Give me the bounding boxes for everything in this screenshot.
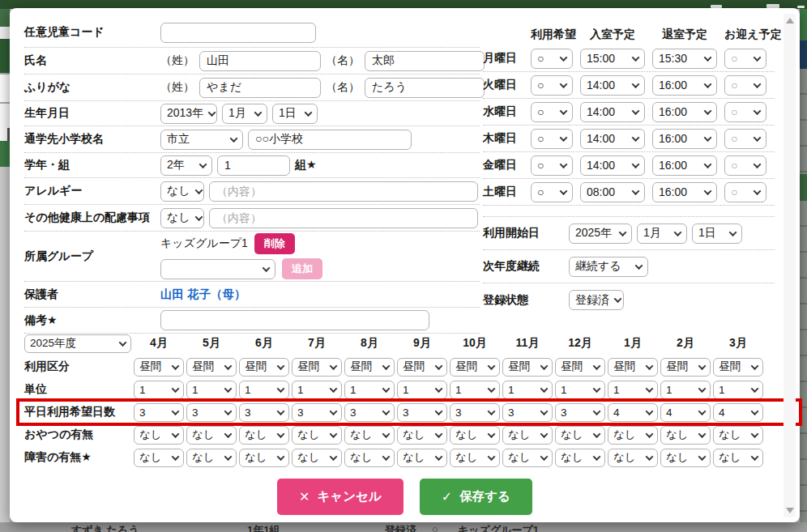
birth-day-select[interactable]: 1日 xyxy=(272,104,318,124)
use-hope-select[interactable]: ○ xyxy=(531,182,573,202)
month-value-select[interactable]: 1 xyxy=(450,381,500,399)
start-day-select[interactable]: 1日 xyxy=(692,223,742,244)
kana-last-input[interactable] xyxy=(199,78,321,98)
month-value-select[interactable]: 昼間 xyxy=(713,358,763,377)
month-value-select[interactable]: 3 xyxy=(502,403,553,422)
month-value-select[interactable]: 昼間 xyxy=(344,358,395,377)
fiscal-year-select[interactable]: 2025年度 xyxy=(24,334,131,353)
month-value-select[interactable]: 3 xyxy=(134,403,184,422)
month-value-select[interactable]: 昼間 xyxy=(186,358,237,377)
modal-scrollbar[interactable] xyxy=(784,14,796,517)
month-value-select[interactable]: なし xyxy=(239,449,289,467)
month-value-select[interactable]: 昼間 xyxy=(397,358,447,377)
exit-time-select[interactable]: 16:00 xyxy=(652,129,717,149)
month-value-select[interactable]: 昼間 xyxy=(292,358,342,377)
month-value-select[interactable]: 1 xyxy=(186,381,237,399)
month-value-select[interactable]: 1 xyxy=(608,381,658,399)
status-select[interactable]: 登録済 xyxy=(569,290,624,310)
allergy-select[interactable]: なし xyxy=(160,181,204,202)
pickup-select[interactable]: ○ xyxy=(724,129,766,149)
month-value-select[interactable]: なし xyxy=(397,449,447,467)
allergy-detail-input[interactable] xyxy=(209,181,478,202)
month-value-select[interactable]: なし xyxy=(713,426,763,445)
month-value-select[interactable]: なし xyxy=(186,426,237,445)
month-value-select[interactable]: 昼間 xyxy=(239,358,289,377)
month-value-select[interactable]: 3 xyxy=(344,403,395,422)
month-value-select[interactable]: 3 xyxy=(397,403,447,422)
entry-time-select[interactable]: 14:00 xyxy=(580,129,645,149)
use-hope-select[interactable]: ○ xyxy=(531,49,573,69)
entry-time-select[interactable]: 14:00 xyxy=(580,102,645,122)
month-value-select[interactable]: なし xyxy=(608,449,658,467)
last-name-input[interactable] xyxy=(199,51,321,71)
pickup-select[interactable]: ○ xyxy=(724,49,766,69)
use-hope-select[interactable]: ○ xyxy=(531,75,573,96)
kana-first-input[interactable] xyxy=(365,78,485,98)
school-type-select[interactable]: 市立 xyxy=(160,130,243,150)
exit-time-select[interactable]: 16:00 xyxy=(652,182,717,202)
month-value-select[interactable]: なし xyxy=(239,426,289,445)
month-value-select[interactable]: なし xyxy=(292,426,342,445)
pickup-select[interactable]: ○ xyxy=(724,75,766,96)
month-value-select[interactable]: 1 xyxy=(292,381,342,399)
month-value-select[interactable]: 3 xyxy=(450,403,500,422)
start-year-select[interactable]: 2025年 xyxy=(569,223,632,244)
entry-time-select[interactable]: 15:00 xyxy=(580,49,645,69)
save-button[interactable]: ✓ 保存する xyxy=(420,479,532,515)
month-value-select[interactable]: なし xyxy=(660,449,711,467)
month-value-select[interactable]: 昼間 xyxy=(450,358,500,377)
child-code-input[interactable] xyxy=(160,23,316,43)
exit-time-select[interactable]: 16:00 xyxy=(652,75,717,96)
month-value-select[interactable]: なし xyxy=(555,449,605,467)
entry-time-select[interactable]: 14:00 xyxy=(580,75,645,96)
month-value-select[interactable]: 昼間 xyxy=(555,358,605,377)
class-number-input[interactable] xyxy=(217,155,290,176)
use-hope-select[interactable]: ○ xyxy=(531,155,573,176)
exit-time-select[interactable]: 15:30 xyxy=(652,49,717,69)
month-value-select[interactable]: 3 xyxy=(186,403,237,422)
month-value-select[interactable]: 3 xyxy=(292,403,342,422)
pickup-select[interactable]: ○ xyxy=(724,182,766,202)
month-value-select[interactable]: 4 xyxy=(608,403,658,422)
month-value-select[interactable]: 1 xyxy=(502,381,553,399)
remarks-input[interactable] xyxy=(160,310,429,330)
month-value-select[interactable]: なし xyxy=(502,449,553,467)
school-name-input[interactable] xyxy=(248,130,412,150)
month-value-select[interactable]: なし xyxy=(292,449,342,467)
month-value-select[interactable]: なし xyxy=(713,449,763,467)
next-year-select[interactable]: 継続する xyxy=(569,257,648,277)
month-value-select[interactable]: なし xyxy=(186,449,237,467)
pickup-select[interactable]: ○ xyxy=(724,155,766,176)
scroll-down-icon[interactable] xyxy=(786,508,794,513)
month-value-select[interactable]: なし xyxy=(397,426,447,445)
month-value-select[interactable]: なし xyxy=(660,426,711,445)
use-hope-select[interactable]: ○ xyxy=(531,102,573,122)
start-month-select[interactable]: 1月 xyxy=(637,223,687,244)
month-value-select[interactable]: 昼間 xyxy=(608,358,658,377)
month-value-select[interactable]: 3 xyxy=(239,403,289,422)
month-value-select[interactable]: なし xyxy=(555,426,605,445)
month-value-select[interactable]: 1 xyxy=(555,381,605,399)
month-value-select[interactable]: なし xyxy=(134,449,184,467)
month-value-select[interactable]: 1 xyxy=(134,381,184,399)
month-value-select[interactable]: 1 xyxy=(239,381,289,399)
month-value-select[interactable]: 1 xyxy=(397,381,447,399)
first-name-input[interactable] xyxy=(365,51,485,71)
health-select[interactable]: なし xyxy=(160,208,204,228)
month-value-select[interactable]: なし xyxy=(134,426,184,445)
group-select[interactable] xyxy=(160,259,275,279)
month-value-select[interactable]: なし xyxy=(608,426,658,445)
birth-year-select[interactable]: 2013年 xyxy=(160,104,217,124)
month-value-select[interactable]: 昼間 xyxy=(134,358,184,377)
month-value-select[interactable]: 1 xyxy=(344,381,395,399)
exit-time-select[interactable]: 16:00 xyxy=(652,102,717,122)
scroll-up-icon[interactable] xyxy=(786,18,794,23)
exit-time-select[interactable]: 16:00 xyxy=(652,155,717,176)
use-hope-select[interactable]: ○ xyxy=(531,129,573,149)
month-value-select[interactable]: 4 xyxy=(660,403,711,422)
month-value-select[interactable]: なし xyxy=(344,426,395,445)
delete-group-button[interactable]: 削除 xyxy=(254,233,295,254)
entry-time-select[interactable]: 08:00 xyxy=(580,182,645,202)
month-value-select[interactable]: 1 xyxy=(660,381,711,399)
birth-month-select[interactable]: 1月 xyxy=(222,104,267,124)
